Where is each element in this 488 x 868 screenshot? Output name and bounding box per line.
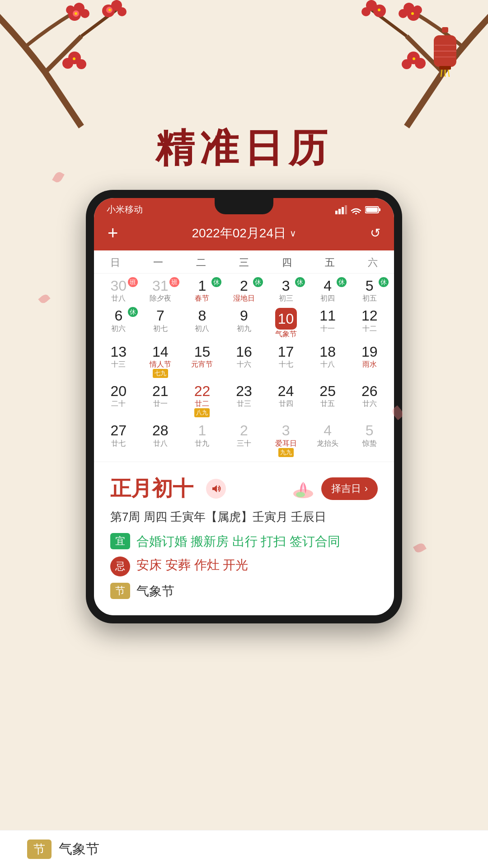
day-number: 19 [349, 344, 389, 360]
ji-text: 安床 安葬 作灶 开光 [136, 557, 248, 574]
ji-tag: 忌 [110, 557, 130, 576]
day-2-mar[interactable]: 2 三十 [223, 420, 265, 459]
lucky-day-button[interactable]: 择吉日 › [321, 477, 378, 500]
day-18[interactable]: 18 十八 [307, 341, 349, 381]
day-16[interactable]: 16 十六 [223, 341, 265, 381]
day-5[interactable]: 5 初五 休 [348, 275, 390, 305]
day-sub: 惊蛰 [349, 439, 389, 448]
day-sub: 十三 [99, 360, 139, 368]
day-27[interactable]: 27 廿七 [98, 420, 140, 459]
day-28[interactable]: 28 廿八 [140, 420, 182, 459]
day-15[interactable]: 15 元宵节 [181, 341, 223, 381]
day-sub: 初八 [182, 324, 222, 333]
svg-point-25 [411, 12, 414, 15]
day-6[interactable]: 6 初六 休 [98, 305, 140, 341]
xiu-badge: 休 [379, 277, 389, 287]
calendar-grid: 30 廿八 班 31 除夕夜 班 1 春节 休 2 湿地日 休 [94, 274, 394, 462]
day-14[interactable]: 14 情人节 七九 [140, 341, 182, 381]
svg-point-18 [413, 5, 422, 14]
day-26[interactable]: 26 廿六 [348, 381, 390, 420]
xiu-badge: 休 [128, 307, 138, 317]
day-2[interactable]: 2 湿地日 休 [223, 275, 265, 305]
day-8[interactable]: 8 初八 [181, 305, 223, 341]
page-title: 精准日历 [0, 122, 488, 175]
day-31-jan[interactable]: 31 除夕夜 班 [140, 275, 182, 305]
day-sub: 初七 [141, 324, 181, 333]
day-5-mar[interactable]: 5 惊蛰 [348, 420, 390, 459]
petal-3 [38, 293, 50, 305]
day-1-mar[interactable]: 1 廿九 [181, 420, 223, 459]
day-3[interactable]: 3 初三 休 [265, 275, 307, 305]
svg-rect-45 [366, 208, 378, 212]
bottom-jie-tag: 节 [27, 840, 52, 859]
day-22[interactable]: 22 廿二 八九 [181, 381, 223, 420]
day-sub: 初九 [224, 324, 264, 333]
svg-point-27 [413, 57, 415, 60]
day-number: 16 [224, 344, 264, 360]
day-13[interactable]: 13 十三 [98, 341, 140, 381]
day-24[interactable]: 24 廿四 [265, 381, 307, 420]
day-sub: 廿二 [182, 399, 222, 408]
week-info: 第7周 周四 壬寅年【属虎】壬寅月 壬辰日 [110, 509, 378, 525]
day-23[interactable]: 23 廿三 [223, 381, 265, 420]
day-sub: 元宵节 [182, 360, 222, 368]
day-sub: 廿五 [308, 399, 348, 408]
weekday-fri: 五 [308, 254, 351, 271]
header-date[interactable]: 2022年02月24日 ∨ [192, 225, 296, 242]
status-bar: 小米移动 [94, 198, 394, 218]
ban-badge: 班 [128, 277, 138, 287]
day-11[interactable]: 11 十一 [307, 305, 349, 341]
day-25[interactable]: 25 廿五 [307, 381, 349, 420]
day-30-jan[interactable]: 30 廿八 班 [98, 275, 140, 305]
day-sub: 除夕夜 [141, 294, 181, 302]
day-7[interactable]: 7 初七 [140, 305, 182, 341]
day-number: 1 [182, 423, 222, 439]
svg-point-7 [62, 58, 73, 69]
day-4[interactable]: 4 初四 休 [307, 275, 349, 305]
day-sub: 廿七 [99, 439, 139, 448]
day-12[interactable]: 12 十二 [348, 305, 390, 341]
add-event-button[interactable]: + [108, 223, 118, 243]
day-17[interactable]: 17 十七 [265, 341, 307, 381]
day-sub: 廿八 [99, 294, 139, 302]
phone-mockup: 小米移动 [86, 190, 402, 623]
svg-point-22 [415, 58, 426, 69]
carrier-label: 小米移动 [107, 203, 143, 216]
speaker-button[interactable] [206, 479, 226, 499]
yi-text: 合婚订婚 搬新房 出行 打扫 签订合同 [136, 533, 340, 550]
day-10[interactable]: 10 气象节 [265, 305, 307, 341]
day-21[interactable]: 21 廿一 [140, 381, 182, 420]
day-1[interactable]: 1 春节 休 [181, 275, 223, 305]
phone-frame: 小米移动 [86, 190, 402, 623]
svg-rect-34 [439, 66, 451, 70]
extra-badge: 八九 [194, 408, 210, 417]
bottom-jie-text: 气象节 [59, 840, 99, 859]
svg-point-19 [373, 5, 386, 17]
day-20[interactable]: 20 二十 [98, 381, 140, 420]
weekday-mon: 一 [137, 254, 180, 271]
header-date-text: 2022年02月24日 [192, 225, 286, 242]
day-number: 3 [266, 423, 306, 439]
svg-point-20 [366, 0, 377, 11]
lotus-area: 择吉日 › [290, 477, 378, 500]
day-4-mar[interactable]: 4 龙抬头 [307, 420, 349, 459]
svg-point-5 [111, 0, 122, 11]
svg-point-4 [102, 5, 115, 17]
weekday-wed: 三 [223, 254, 266, 271]
calendar-header: + 2022年02月24日 ∨ ↺ [94, 218, 394, 250]
notch [215, 198, 273, 214]
day-number: 11 [308, 308, 348, 324]
day-sub: 廿六 [349, 399, 389, 408]
bottom-strip: 节 气象节 [0, 830, 488, 868]
svg-point-47 [296, 492, 305, 497]
svg-point-24 [402, 59, 412, 69]
day-number: 22 [182, 383, 222, 399]
day-3-mar[interactable]: 3 爱耳日 九九 [265, 420, 307, 459]
day-19[interactable]: 19 雨水 [348, 341, 390, 381]
day-9[interactable]: 9 初九 [223, 305, 265, 341]
svg-line-37 [448, 70, 449, 77]
svg-rect-28 [442, 27, 448, 33]
refresh-icon[interactable]: ↺ [370, 226, 380, 241]
lotus-icon [290, 477, 317, 500]
svg-point-17 [399, 9, 408, 18]
